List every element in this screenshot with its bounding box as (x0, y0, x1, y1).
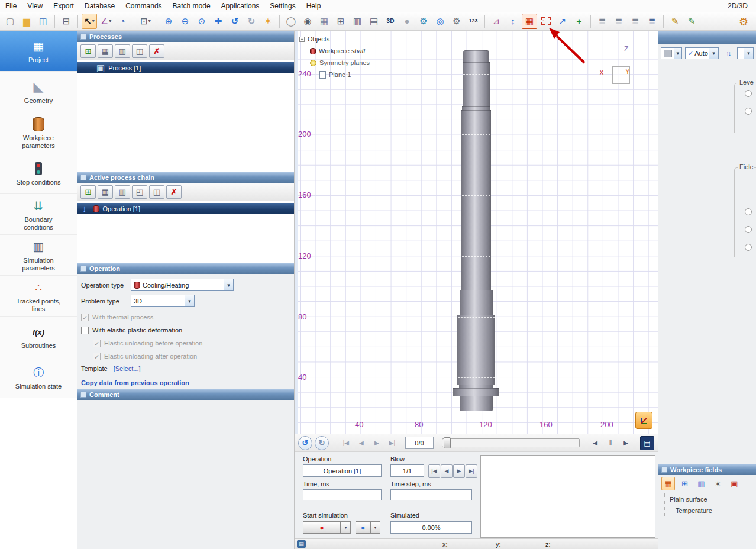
grid-columns-icon[interactable]: ▥ (350, 14, 365, 29)
numbers-view-icon[interactable]: 123 (466, 14, 481, 29)
pause-icon[interactable]: ‖ (603, 436, 618, 450)
start-simulation-dropdown[interactable]: ▾ (341, 521, 351, 534)
add-process-icon[interactable]: ⊞ (80, 44, 96, 58)
step-back-icon[interactable]: ◀ (588, 436, 602, 450)
zoom-out-icon[interactable]: ⊖ (177, 14, 193, 29)
menu-view[interactable]: View (22, 0, 48, 12)
workpiece-cylinder-icon[interactable] (31, 116, 46, 133)
database-tools-icon[interactable]: ≣ (628, 14, 643, 29)
replay-forward-icon[interactable]: ↻ (315, 436, 329, 450)
problem-type-combo[interactable]: 3D ▾ (131, 295, 195, 307)
last-blow-icon[interactable]: ▶| (466, 464, 477, 478)
zoom-extents-icon[interactable]: ⊙ (194, 14, 209, 29)
first-record-icon[interactable]: |◀ (339, 436, 353, 450)
sphere-view-icon[interactable]: ● (399, 14, 415, 29)
current-operation-field[interactable]: Operation [1] (303, 464, 382, 477)
redo-icon[interactable]: ↻ (244, 14, 259, 29)
field-color-combo[interactable]: ▾ (661, 47, 682, 59)
traffic-light-icon[interactable] (31, 160, 46, 177)
results-viewer-icon[interactable]: ▤ (640, 436, 654, 450)
viewport-3d[interactable]: 2402001601208040 4080120160200 − Objects (295, 31, 658, 434)
first-blow-icon[interactable]: |◀ (428, 464, 440, 478)
start-simulation-button[interactable]: ● (303, 521, 341, 534)
new-blow-icon[interactable]: ✶ (260, 14, 276, 29)
remote-simulation-dropdown[interactable]: ▾ (370, 521, 380, 534)
operation-list[interactable]: ↓ Operation [1] (77, 201, 294, 263)
gear-gray-icon[interactable]: ⚙ (449, 14, 464, 29)
simulation-log-area[interactable] (480, 455, 655, 538)
gear-blue-icon[interactable]: ⚙ (416, 14, 431, 29)
view-orientation-button[interactable] (635, 412, 652, 429)
collapse-icon[interactable]: − (299, 37, 305, 42)
level-radio[interactable] (745, 90, 752, 97)
database-materials-icon[interactable]: ≣ (595, 14, 610, 29)
plain-surface-node[interactable]: Plain surface (670, 493, 712, 505)
last-record-icon[interactable]: ▶| (385, 436, 399, 450)
scale-mode-combo[interactable]: ✓ Auto ▾ (685, 47, 719, 59)
display-mode-icon[interactable]: ⊡▾ (138, 14, 153, 29)
plain-surface-grid-icon[interactable]: ▦ (661, 477, 675, 490)
template-select-link[interactable]: [Select...] (114, 365, 141, 372)
menu-help[interactable]: Help (301, 0, 327, 12)
settings-gear-icon[interactable]: ⚙ (736, 14, 751, 30)
sort-order-button[interactable]: ↑↓ (722, 47, 735, 59)
renumber-operations-icon[interactable]: ▥ (115, 185, 130, 199)
delete-operation-icon[interactable]: ✗ (166, 185, 182, 199)
undo-icon[interactable]: ↺ (227, 14, 243, 29)
process-hierarchy-icon[interactable]: ⊟ (59, 14, 74, 29)
process-icon[interactable]: ▣ (96, 63, 105, 72)
blow-field[interactable]: 1/1 (390, 464, 424, 477)
delete-process-icon[interactable]: ✗ (149, 44, 164, 58)
operation-type-combo[interactable]: Cooling/Heating ▾ (131, 279, 234, 291)
temperature-node[interactable]: Temperature (676, 505, 712, 516)
project-icon[interactable]: ▦ (31, 38, 46, 54)
renumber-processes-icon[interactable]: ▥ (115, 44, 130, 58)
process-item[interactable]: ▣ Process [1] (77, 62, 294, 73)
sidebar-item-workpiece-parameters[interactable]: Workpiece parameters (0, 112, 77, 153)
level-radio[interactable] (745, 108, 752, 115)
palette-combo[interactable]: ▾ (737, 47, 754, 59)
sidebar-item-project[interactable]: ▦Project (0, 31, 77, 72)
remote-simulation-button[interactable]: ● (356, 521, 370, 534)
ellipse-tool-icon[interactable]: ◯ (283, 14, 299, 29)
grid-table-icon[interactable]: ⊞ (333, 14, 348, 29)
operation-item[interactable]: ↓ Operation [1] (77, 203, 294, 214)
section-planes-icon[interactable]: ▥ (694, 477, 708, 490)
prev-record-icon[interactable]: ◀ (354, 436, 369, 450)
tree-symmetry-planes[interactable]: Symmetry planes (319, 59, 370, 66)
geometry-icon[interactable]: ◣ (31, 79, 46, 95)
field-radio[interactable] (745, 208, 752, 215)
menu-export[interactable]: Export (48, 0, 79, 12)
copy-operation-icon[interactable]: ◫ (149, 185, 164, 199)
replay-back-icon[interactable]: ↺ (298, 436, 312, 450)
subroutines-icon[interactable]: f(x) (31, 324, 46, 340)
database-equipment-icon[interactable]: ≣ (611, 14, 626, 29)
sidebar-item-tracked-points-lines[interactable]: ∴Tracked points, lines (0, 276, 77, 317)
mesh-view-icon[interactable]: ▦ (316, 14, 332, 29)
workpiece-fields-grid-icon[interactable]: ▦ (522, 14, 537, 29)
globe-icon[interactable]: ◎ (432, 14, 448, 29)
copy-process-icon[interactable]: ◫ (132, 44, 147, 58)
copy-previous-operation-link[interactable]: Copy data from previous operation (81, 379, 189, 386)
measure-angle-icon[interactable]: ∠▾ (98, 14, 114, 29)
tree-objects[interactable]: Objects (308, 35, 329, 43)
select-cursor-icon[interactable]: ↖▾ (82, 14, 97, 29)
tree-plane-1[interactable]: Plane 1 (329, 71, 351, 78)
slider-handle[interactable] (444, 437, 451, 448)
sidebar-item-subroutines[interactable]: f(x)Subroutines (0, 317, 77, 357)
grid-rows-icon[interactable]: ▤ (366, 14, 382, 29)
view-3d-icon[interactable]: 3D (383, 14, 398, 29)
surface-mesh-icon[interactable]: ⊞ (678, 477, 692, 490)
edit-report-icon[interactable]: ✎ (684, 14, 699, 29)
add-report-icon[interactable]: + (571, 14, 587, 29)
menu-applications[interactable]: Applications (216, 0, 265, 12)
timeline-slider[interactable] (442, 438, 580, 447)
sidebar-item-geometry[interactable]: ◣Geometry (0, 72, 77, 112)
timer-icon[interactable]: ◔ (115, 14, 130, 29)
tracking-lines-icon[interactable]: ∗ (711, 477, 725, 490)
sidebar-item-simulation-parameters[interactable]: ▥Simulation parameters (0, 235, 77, 276)
workpiece-shaft[interactable] (295, 31, 658, 434)
sidebar-item-boundary-conditions[interactable]: ⇊Boundary conditions (0, 194, 77, 235)
checkbox-with-elastic-plastic-deformation[interactable]: With elastic-plastic deformation (81, 324, 290, 337)
new-file-icon[interactable]: ▢ (2, 14, 18, 29)
